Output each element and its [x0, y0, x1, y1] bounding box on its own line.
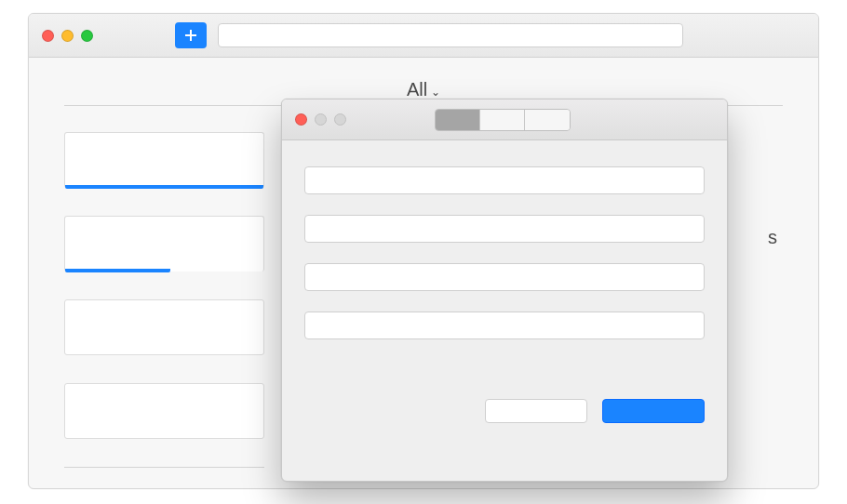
- minimize-icon[interactable]: [61, 30, 74, 42]
- traffic-lights: [42, 30, 93, 42]
- goal-card[interactable]: [64, 299, 264, 355]
- dialog-traffic-lights: [295, 113, 346, 126]
- divider: [64, 467, 264, 468]
- segment-3[interactable]: [525, 110, 570, 130]
- zoom-icon[interactable]: [81, 30, 93, 42]
- segment-2[interactable]: [480, 110, 525, 130]
- chevron-down-icon: ⌄: [431, 86, 440, 99]
- dialog-actions: [282, 360, 727, 423]
- confirm-button[interactable]: [602, 399, 705, 423]
- dialog-titlebar: [282, 99, 727, 140]
- goal-card[interactable]: [64, 216, 264, 272]
- segmented-control[interactable]: [435, 109, 571, 131]
- goal-card[interactable]: [64, 383, 264, 439]
- cancel-button[interactable]: [485, 399, 587, 423]
- edit-dialog: [281, 99, 728, 482]
- field-1[interactable]: [304, 166, 705, 194]
- plus-icon: [183, 28, 198, 43]
- field-2[interactable]: [304, 215, 705, 243]
- dialog-body: [282, 140, 727, 339]
- main-titlebar: [29, 14, 818, 58]
- goals-list: [64, 132, 264, 468]
- goal-card[interactable]: [64, 132, 264, 188]
- field-4[interactable]: [304, 312, 705, 339]
- close-icon[interactable]: [295, 113, 307, 126]
- zoom-icon: [334, 113, 346, 126]
- close-icon[interactable]: [42, 30, 54, 42]
- field-3[interactable]: [304, 263, 705, 291]
- minimize-icon: [315, 113, 327, 126]
- add-button[interactable]: [175, 22, 207, 48]
- filter-selected-label: All: [407, 79, 427, 100]
- segment-1[interactable]: [436, 110, 480, 130]
- search-input[interactable]: [218, 23, 683, 47]
